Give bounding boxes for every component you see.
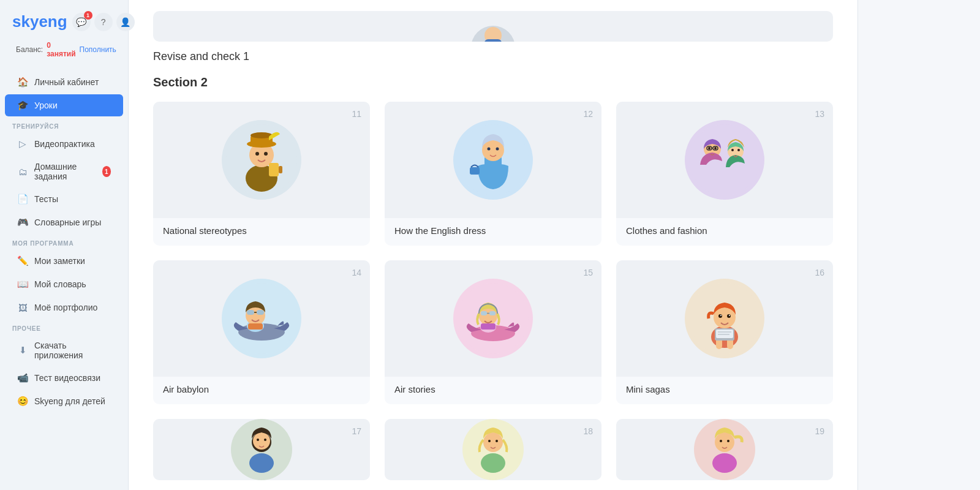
card-18-avatar [462, 419, 524, 480]
home-icon: 🏠 [17, 77, 28, 88]
kids-icon: 😊 [17, 396, 28, 407]
sidebar-item-dictionary[interactable]: 📖 Мой словарь [5, 273, 123, 295]
svg-point-68 [488, 440, 491, 442]
card-16-number: 16 [815, 268, 824, 277]
svg-point-63 [257, 439, 259, 441]
svg-point-28 [731, 149, 734, 151]
sidebar-item-cabinet[interactable]: 🏠 Личный кабинет [5, 71, 123, 93]
card-18-image: 18 [385, 419, 601, 480]
card-15-avatar [453, 279, 533, 358]
svg-point-69 [496, 440, 498, 442]
homework-badge: 1 [102, 166, 111, 177]
svg-point-54 [729, 315, 730, 316]
card-15-title: Air stories [385, 377, 601, 404]
card-17-number: 17 [352, 426, 361, 436]
card-14-avatar [222, 279, 301, 358]
notifications-button[interactable]: 💬 1 [72, 13, 91, 31]
card-15-number: 15 [583, 268, 593, 277]
sidebar-item-homework[interactable]: 🗂 Домашние задания 1 [5, 156, 123, 187]
svg-point-64 [264, 439, 266, 441]
svg-point-72 [712, 453, 737, 473]
svg-point-51 [718, 314, 722, 318]
svg-rect-35 [257, 310, 264, 315]
video-icon: ▷ [17, 138, 28, 149]
sidebar-item-label: Моё портфолио [34, 303, 97, 312]
sidebar-item-tests[interactable]: 📄 Тесты [5, 188, 123, 210]
sidebar-item-games[interactable]: 🎮 Словарные игры [5, 211, 123, 233]
help-button[interactable]: ? [94, 13, 113, 31]
notes-icon: ✏️ [17, 255, 28, 266]
sidebar-item-video[interactable]: ▷ Видеопрактика [5, 133, 123, 155]
card-16-image: 16 [616, 260, 833, 377]
sidebar-item-label: Мой словарь [34, 279, 86, 289]
svg-rect-43 [489, 311, 496, 315]
lesson-card-15[interactable]: 15 [385, 260, 601, 404]
sidebar-item-label: Уроки [34, 100, 58, 110]
svg-rect-2 [484, 39, 502, 42]
sidebar-item-label: Тест видеосвязи [34, 373, 100, 383]
card-11-avatar [222, 120, 301, 200]
balance-add-link[interactable]: Пополнить [80, 45, 116, 54]
card-19-number: 19 [815, 426, 824, 436]
svg-point-66 [483, 432, 503, 452]
sidebar-item-label: Скачать приложения [34, 341, 111, 360]
card-16-avatar [685, 279, 764, 358]
svg-rect-45 [481, 323, 496, 330]
svg-point-23 [714, 147, 717, 149]
card-11-number: 11 [352, 109, 361, 119]
sidebar-item-portfolio[interactable]: 🖼 Моё портфолио [5, 296, 123, 318]
svg-rect-42 [481, 311, 487, 315]
card-17-avatar [231, 419, 292, 480]
card-11-image: 11 [153, 102, 370, 218]
section-my-label: МОЯ ПРОГРАММА [0, 234, 128, 249]
games-icon: 🎮 [17, 217, 28, 228]
card-12-avatar [453, 120, 533, 200]
lesson-card-18[interactable]: 18 [385, 419, 601, 480]
svg-point-16 [488, 148, 491, 151]
lesson-card-14[interactable]: 14 [153, 260, 370, 404]
svg-point-29 [737, 149, 740, 151]
lesson-card-12[interactable]: 12 [385, 102, 601, 246]
sidebar-item-label: Skyeng для детей [34, 396, 105, 406]
sidebar-item-lessons[interactable]: 🎓 Уроки [5, 94, 123, 116]
svg-rect-56 [716, 330, 733, 338]
apps-icon: ⬇ [17, 345, 28, 356]
sidebar-item-kids[interactable]: 😊 Skyeng для детей [5, 390, 123, 412]
svg-point-74 [727, 440, 729, 442]
sidebar-logo: skyeng 💬 1 ? 👤 [0, 12, 128, 41]
cards-row-2: 14 [153, 260, 833, 404]
card-15-image: 15 [385, 260, 601, 377]
svg-point-67 [481, 453, 505, 473]
cards-row-3: 17 18 [153, 419, 833, 480]
card-12-number: 12 [583, 109, 593, 119]
sidebar-item-label: Мои заметки [34, 256, 85, 266]
sidebar-item-apps[interactable]: ⬇ Скачать приложения [5, 335, 123, 366]
svg-point-73 [720, 440, 722, 442]
card-13-number: 13 [815, 109, 824, 119]
top-partial-card[interactable] [153, 11, 833, 42]
svg-point-53 [720, 315, 722, 316]
lesson-card-19[interactable]: 19 [616, 419, 833, 480]
card-14-number: 14 [352, 268, 361, 277]
balance-label: Баланс: [16, 45, 43, 54]
lesson-card-16[interactable]: 16 [616, 260, 833, 404]
card-13-title: Clothes and fashion [616, 218, 833, 246]
svg-rect-37 [248, 323, 263, 330]
svg-rect-11 [269, 163, 279, 176]
svg-point-52 [727, 314, 731, 318]
lesson-card-11[interactable]: 11 [153, 102, 370, 246]
svg-rect-18 [470, 167, 480, 175]
character-partial-svg [469, 11, 518, 42]
svg-point-71 [715, 432, 734, 452]
lesson-card-13[interactable]: 13 [616, 102, 833, 246]
svg-rect-12 [279, 166, 282, 173]
lesson-card-17[interactable]: 17 [153, 419, 370, 480]
sidebar-item-notes[interactable]: ✏️ Мои заметки [5, 250, 123, 272]
homework-icon: 🗂 [17, 166, 28, 177]
card-12-image: 12 [385, 102, 601, 218]
sidebar-item-label: Видеопрактика [34, 139, 95, 149]
sidebar-item-videotest[interactable]: 📹 Тест видеосвязи [5, 367, 123, 389]
profile-button[interactable]: 👤 [116, 13, 135, 31]
section2-label: Section 2 [153, 75, 833, 89]
card-12-title: How the English dress [385, 218, 601, 246]
